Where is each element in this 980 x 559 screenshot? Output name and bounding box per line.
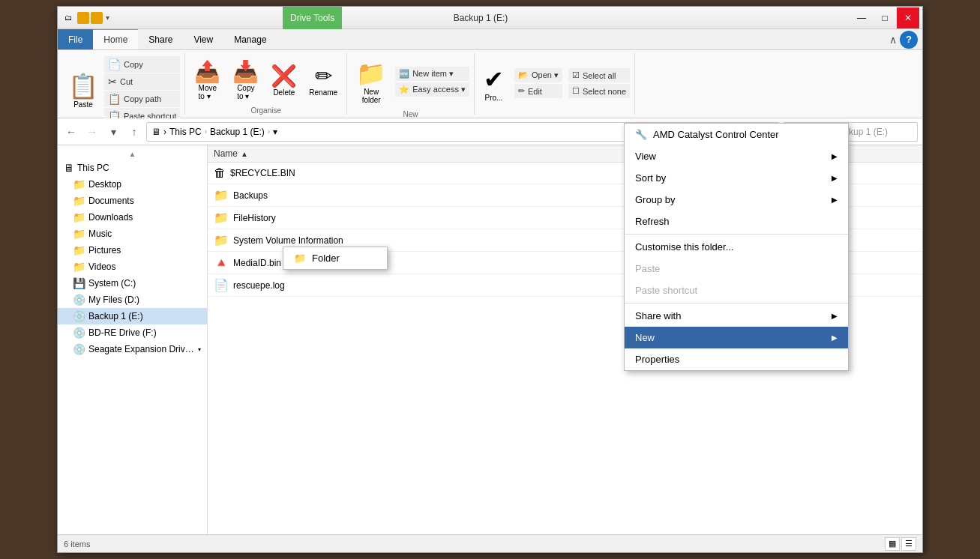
sidebar-item-backup-e[interactable]: 💿 Backup 1 (E:) [58,308,207,324]
sidebar-item-documents[interactable]: 📁 Documents [58,193,207,209]
new-folder-button[interactable]: 📁 Newfolder [352,56,391,107]
breadcrumb-pc-icon: 🖥 [151,127,160,137]
ribbon-group-open: ✔ Pro... 📂 Open ▾ ✏ Edit [475,53,635,115]
move-icon: 📤 [194,59,220,84]
ribbon-collapse-button[interactable]: ∧ [889,34,897,46]
tab-share[interactable]: Share [138,29,183,49]
back-button[interactable]: ← [62,123,80,141]
clipboard-small-buttons: 📄 Copy ✂ Cut 📋 Copy path 📋 [104,56,180,124]
view-label: View [635,151,656,162]
paste-button[interactable]: 📋 Paste [64,69,103,112]
downloads-label: Downloads [88,212,133,223]
help-button[interactable]: ? [900,31,918,49]
submenu-folder-label: Folder [312,253,340,264]
sidebar-item-music[interactable]: 📁 Music [58,226,207,242]
recent-locations-button[interactable]: ▾ [104,123,122,141]
tab-view[interactable]: View [183,29,223,49]
copy-path-button[interactable]: 📋 Copy path [104,91,180,107]
ribbon-content: 📋 Paste 📄 Copy ✂ Cut 📋 [58,50,922,118]
select-none-button[interactable]: ☐ Select none [568,84,630,98]
select-none-label: Select none [583,87,626,96]
sidebar-item-myfiles-d[interactable]: 💿 My Files (D:) [58,291,207,308]
sidebar-item-desktop[interactable]: 📁 Desktop [58,176,207,193]
sidebar-item-system-c[interactable]: 💾 System (C:) [58,275,207,291]
ctx-properties[interactable]: Properties [625,348,848,370]
ctx-group-by[interactable]: Group by ▶ [625,189,848,211]
view-arrow: ▶ [832,152,838,160]
edit-button[interactable]: ✏ Edit [514,84,562,98]
cut-button[interactable]: ✂ Cut [104,73,180,90]
bdre-f-icon: 💿 [73,327,85,339]
ctx-amd-catalyst[interactable]: 🔧 AMD Catalyst Control Center [625,124,848,145]
scroll-up-button[interactable]: ▲ [58,148,207,160]
explorer-window: 🗂 ▾ Drive Tools Backup 1 (E:) — □ ✕ File… [57,6,923,553]
ctx-customise[interactable]: Customise this folder... [625,234,848,258]
copy-to-button[interactable]: 📥 Copyto ▾ [228,56,263,103]
tab-manage[interactable]: Manage [223,29,277,49]
submenu-folder-icon: 📁 [294,253,306,264]
up-button[interactable]: ↑ [125,123,143,141]
delete-button[interactable]: ❌ Delete [266,61,301,100]
mediaid-icon: 🔺 [214,256,229,270]
properties-label: Pro... [485,94,503,102]
ctx-new[interactable]: New ▶ [625,327,848,348]
sidebar-item-pictures[interactable]: 📁 Pictures [58,242,207,259]
ctx-sort-by[interactable]: Sort by ▶ [625,167,848,189]
forward-button[interactable]: → [83,123,101,141]
recycle-bin-icon: 🗑 [214,166,226,180]
sidebar-item-seagate[interactable]: 💿 Seagate Expansion Drive (C... ▾ [58,341,207,357]
open-button[interactable]: 📂 Open ▾ [514,68,562,82]
ctx-share-with[interactable]: Share with ▶ [625,303,848,327]
this-pc-icon: 🖥 [64,162,74,174]
new-submenu: 📁 Folder [283,247,388,270]
sidebar-item-downloads[interactable]: 📁 Downloads [58,209,207,226]
backup-e-icon: 💿 [73,310,85,322]
minimize-button[interactable]: — [850,7,873,28]
new-folder-label: Newfolder [362,88,381,104]
rename-label: Rename [309,88,337,97]
items-count: 6 items [64,540,90,549]
rename-button[interactable]: ✏ Rename [304,61,342,100]
ctx-refresh[interactable]: Refresh [625,211,848,232]
sidebar: ▲ 🖥 This PC 📁 Desktop 📁 Documents 📁 Down… [58,145,208,534]
window-title: Backup 1 (E:) [111,13,850,23]
ribbon-tabs: File Home Share View Manage ∧ ? [58,29,922,50]
copy-button[interactable]: 📄 Copy [104,56,180,73]
submenu-folder[interactable]: 📁 Folder [283,247,387,269]
breadcrumb-arrow: ▾ [273,127,277,137]
ctx-view[interactable]: View ▶ [625,145,848,167]
sidebar-item-videos[interactable]: 📁 Videos [58,259,207,275]
grid-view-button[interactable]: ▦ [885,537,900,551]
group-by-label: Group by [635,194,675,205]
move-label: Moveto ▾ [199,84,217,100]
open-sub-buttons: 📂 Open ▾ ✏ Edit [514,68,562,98]
sidebar-item-bdre-f[interactable]: 💿 BD-RE Drive (F:) [58,324,207,341]
paste-ctx-label: Paste [635,263,660,274]
title-bar-icons: 🗂 ▾ [61,10,111,25]
properties-icon: ✔ [484,65,504,94]
sidebar-item-this-pc[interactable]: 🖥 This PC [58,160,207,176]
sort-arrow: ▲ [241,150,248,158]
paste-shortcut-ctx-label: Paste shortcut [635,285,697,296]
maximize-button[interactable]: □ [874,7,896,28]
breadcrumb-backup[interactable]: Backup 1 (E:) [210,127,265,137]
select-all-button[interactable]: ☑ Select all [568,68,630,82]
tab-home[interactable]: Home [93,28,138,49]
tab-file[interactable]: File [58,29,93,49]
ribbon-group-clipboard: 📋 Paste 📄 Copy ✂ Cut 📋 [59,53,185,115]
close-button[interactable]: ✕ [897,7,919,28]
easy-access-button[interactable]: ⭐ Easy access ▾ [395,82,469,97]
edit-label: Edit [528,87,542,96]
quick-access-arrow: ▾ [106,13,109,22]
sort-by-arrow: ▶ [832,174,838,182]
breadcrumb-this-pc[interactable]: This PC [169,127,202,137]
new-item-button[interactable]: 🆕 New item ▾ [395,67,469,81]
move-to-button[interactable]: 📤 Moveto ▾ [190,56,225,103]
properties-button[interactable]: ✔ Pro... [479,62,508,105]
context-menu: 🔧 AMD Catalyst Control Center View ▶ Sor… [624,123,849,371]
list-view-button[interactable]: ☰ [901,537,916,551]
ribbon: File Home Share View Manage ∧ ? 📋 Paste [58,29,922,118]
documents-icon: 📁 [73,195,85,207]
title-bar: 🗂 ▾ Drive Tools Backup 1 (E:) — □ ✕ [58,7,922,29]
select-all-label: Select all [583,71,616,80]
